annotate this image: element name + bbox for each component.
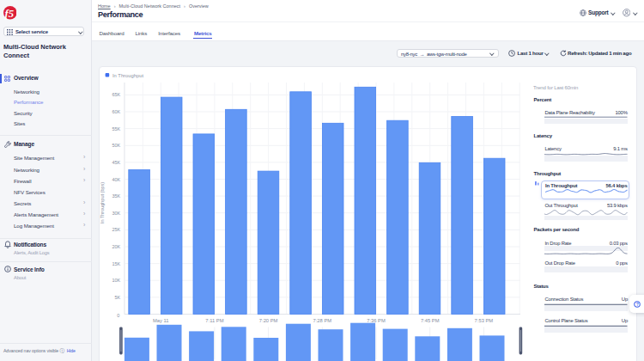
svg-text:25K: 25K [112, 227, 121, 232]
svg-text:In Throughput (bps): In Throughput (bps) [100, 182, 105, 223]
svg-text:50K: 50K [112, 143, 121, 148]
svg-text:45K: 45K [112, 160, 121, 165]
svg-text:40K: 40K [112, 177, 121, 182]
svg-text:15K: 15K [112, 261, 121, 266]
svg-text:7:28 PM: 7:28 PM [313, 318, 332, 323]
svg-text:35K: 35K [112, 193, 121, 199]
svg-text:7:11 PM: 7:11 PM [205, 318, 223, 323]
svg-text:In Throughput: In Throughput [112, 73, 143, 78]
svg-text:55K: 55K [112, 126, 121, 132]
svg-text:10K: 10K [112, 278, 121, 283]
svg-text:5K: 5K [115, 295, 121, 300]
svg-text:f5: f5 [4, 8, 14, 20]
svg-text:7:36 PM: 7:36 PM [367, 318, 386, 323]
svg-text:7:20 PM: 7:20 PM [259, 318, 278, 323]
svg-text:7:45 PM: 7:45 PM [421, 318, 440, 323]
svg-text:May 11: May 11 [153, 318, 169, 323]
svg-text:65K: 65K [112, 92, 121, 97]
svg-text:7:53 PM: 7:53 PM [475, 318, 494, 323]
svg-text:60K: 60K [112, 109, 121, 114]
svg-text:20K: 20K [112, 244, 121, 249]
svg-text:?: ? [636, 303, 639, 307]
svg-text:0: 0 [117, 313, 119, 318]
svg-text:30K: 30K [112, 211, 121, 216]
